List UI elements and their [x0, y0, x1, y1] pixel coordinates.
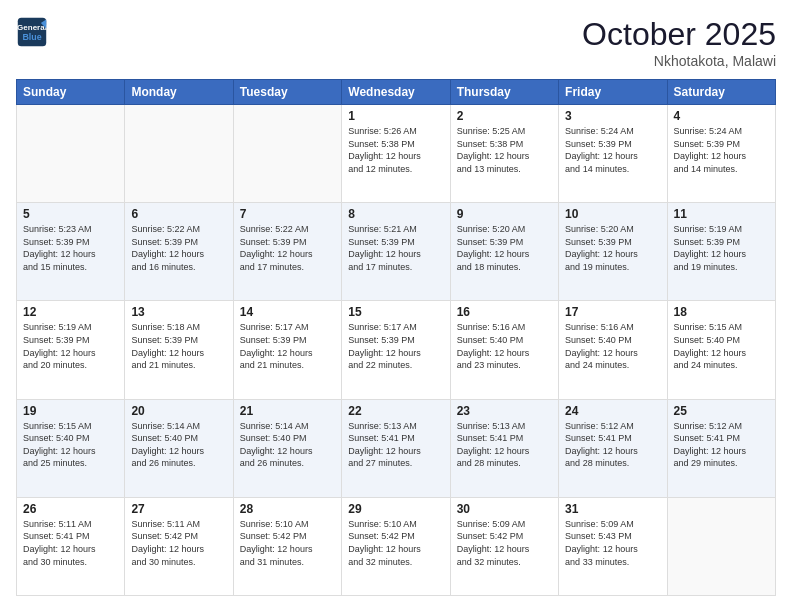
- calendar-day-cell: 27Sunrise: 5:11 AM Sunset: 5:42 PM Dayli…: [125, 497, 233, 595]
- calendar-day-cell: 28Sunrise: 5:10 AM Sunset: 5:42 PM Dayli…: [233, 497, 341, 595]
- calendar-week-row: 5Sunrise: 5:23 AM Sunset: 5:39 PM Daylig…: [17, 203, 776, 301]
- day-number: 8: [348, 207, 443, 221]
- day-info: Sunrise: 5:18 AM Sunset: 5:39 PM Dayligh…: [131, 321, 226, 371]
- calendar-day-cell: 25Sunrise: 5:12 AM Sunset: 5:41 PM Dayli…: [667, 399, 775, 497]
- day-info: Sunrise: 5:17 AM Sunset: 5:39 PM Dayligh…: [348, 321, 443, 371]
- day-info: Sunrise: 5:09 AM Sunset: 5:43 PM Dayligh…: [565, 518, 660, 568]
- calendar-day-cell: 15Sunrise: 5:17 AM Sunset: 5:39 PM Dayli…: [342, 301, 450, 399]
- calendar-day-cell: 10Sunrise: 5:20 AM Sunset: 5:39 PM Dayli…: [559, 203, 667, 301]
- day-info: Sunrise: 5:20 AM Sunset: 5:39 PM Dayligh…: [457, 223, 552, 273]
- day-number: 27: [131, 502, 226, 516]
- title-block: October 2025 Nkhotakota, Malawi: [582, 16, 776, 69]
- logo: General Blue: [16, 16, 48, 48]
- day-number: 10: [565, 207, 660, 221]
- header: General Blue October 2025 Nkhotakota, Ma…: [16, 16, 776, 69]
- calendar-week-row: 12Sunrise: 5:19 AM Sunset: 5:39 PM Dayli…: [17, 301, 776, 399]
- day-number: 7: [240, 207, 335, 221]
- day-info: Sunrise: 5:14 AM Sunset: 5:40 PM Dayligh…: [240, 420, 335, 470]
- calendar-day-cell: 31Sunrise: 5:09 AM Sunset: 5:43 PM Dayli…: [559, 497, 667, 595]
- day-number: 14: [240, 305, 335, 319]
- calendar-day-cell: 16Sunrise: 5:16 AM Sunset: 5:40 PM Dayli…: [450, 301, 558, 399]
- calendar-day-cell: 14Sunrise: 5:17 AM Sunset: 5:39 PM Dayli…: [233, 301, 341, 399]
- day-number: 19: [23, 404, 118, 418]
- calendar-day-cell: 2Sunrise: 5:25 AM Sunset: 5:38 PM Daylig…: [450, 105, 558, 203]
- calendar-day-cell: 22Sunrise: 5:13 AM Sunset: 5:41 PM Dayli…: [342, 399, 450, 497]
- calendar-day-cell: 29Sunrise: 5:10 AM Sunset: 5:42 PM Dayli…: [342, 497, 450, 595]
- day-info: Sunrise: 5:09 AM Sunset: 5:42 PM Dayligh…: [457, 518, 552, 568]
- day-info: Sunrise: 5:22 AM Sunset: 5:39 PM Dayligh…: [131, 223, 226, 273]
- day-number: 15: [348, 305, 443, 319]
- day-number: 24: [565, 404, 660, 418]
- day-number: 9: [457, 207, 552, 221]
- calendar-day-cell: 12Sunrise: 5:19 AM Sunset: 5:39 PM Dayli…: [17, 301, 125, 399]
- day-info: Sunrise: 5:21 AM Sunset: 5:39 PM Dayligh…: [348, 223, 443, 273]
- calendar-day-cell: 1Sunrise: 5:26 AM Sunset: 5:38 PM Daylig…: [342, 105, 450, 203]
- calendar-week-row: 19Sunrise: 5:15 AM Sunset: 5:40 PM Dayli…: [17, 399, 776, 497]
- calendar-day-header: Friday: [559, 80, 667, 105]
- day-number: 29: [348, 502, 443, 516]
- day-number: 16: [457, 305, 552, 319]
- day-number: 17: [565, 305, 660, 319]
- calendar-day-header: Thursday: [450, 80, 558, 105]
- calendar-day-cell: 17Sunrise: 5:16 AM Sunset: 5:40 PM Dayli…: [559, 301, 667, 399]
- calendar-day-cell: 19Sunrise: 5:15 AM Sunset: 5:40 PM Dayli…: [17, 399, 125, 497]
- calendar-day-cell: 6Sunrise: 5:22 AM Sunset: 5:39 PM Daylig…: [125, 203, 233, 301]
- day-number: 12: [23, 305, 118, 319]
- calendar-day-header: Wednesday: [342, 80, 450, 105]
- day-info: Sunrise: 5:22 AM Sunset: 5:39 PM Dayligh…: [240, 223, 335, 273]
- calendar-day-cell: [667, 497, 775, 595]
- calendar-day-cell: 3Sunrise: 5:24 AM Sunset: 5:39 PM Daylig…: [559, 105, 667, 203]
- calendar-day-cell: 20Sunrise: 5:14 AM Sunset: 5:40 PM Dayli…: [125, 399, 233, 497]
- calendar-day-cell: [17, 105, 125, 203]
- day-info: Sunrise: 5:23 AM Sunset: 5:39 PM Dayligh…: [23, 223, 118, 273]
- calendar-day-cell: 8Sunrise: 5:21 AM Sunset: 5:39 PM Daylig…: [342, 203, 450, 301]
- day-number: 1: [348, 109, 443, 123]
- day-info: Sunrise: 5:26 AM Sunset: 5:38 PM Dayligh…: [348, 125, 443, 175]
- day-info: Sunrise: 5:16 AM Sunset: 5:40 PM Dayligh…: [565, 321, 660, 371]
- day-number: 6: [131, 207, 226, 221]
- day-info: Sunrise: 5:10 AM Sunset: 5:42 PM Dayligh…: [348, 518, 443, 568]
- day-info: Sunrise: 5:25 AM Sunset: 5:38 PM Dayligh…: [457, 125, 552, 175]
- day-number: 30: [457, 502, 552, 516]
- svg-text:Blue: Blue: [22, 32, 41, 42]
- day-info: Sunrise: 5:24 AM Sunset: 5:39 PM Dayligh…: [674, 125, 769, 175]
- day-info: Sunrise: 5:13 AM Sunset: 5:41 PM Dayligh…: [457, 420, 552, 470]
- day-number: 11: [674, 207, 769, 221]
- calendar-week-row: 1Sunrise: 5:26 AM Sunset: 5:38 PM Daylig…: [17, 105, 776, 203]
- logo-icon: General Blue: [16, 16, 48, 48]
- calendar-day-cell: [125, 105, 233, 203]
- calendar-day-cell: 11Sunrise: 5:19 AM Sunset: 5:39 PM Dayli…: [667, 203, 775, 301]
- day-number: 22: [348, 404, 443, 418]
- calendar-day-cell: 9Sunrise: 5:20 AM Sunset: 5:39 PM Daylig…: [450, 203, 558, 301]
- calendar-day-header: Saturday: [667, 80, 775, 105]
- calendar-table: SundayMondayTuesdayWednesdayThursdayFrid…: [16, 79, 776, 596]
- day-number: 18: [674, 305, 769, 319]
- month-title: October 2025: [582, 16, 776, 53]
- calendar-week-row: 26Sunrise: 5:11 AM Sunset: 5:41 PM Dayli…: [17, 497, 776, 595]
- calendar-day-cell: 13Sunrise: 5:18 AM Sunset: 5:39 PM Dayli…: [125, 301, 233, 399]
- day-info: Sunrise: 5:12 AM Sunset: 5:41 PM Dayligh…: [565, 420, 660, 470]
- calendar-header-row: SundayMondayTuesdayWednesdayThursdayFrid…: [17, 80, 776, 105]
- day-number: 23: [457, 404, 552, 418]
- calendar-day-header: Monday: [125, 80, 233, 105]
- day-number: 4: [674, 109, 769, 123]
- day-info: Sunrise: 5:24 AM Sunset: 5:39 PM Dayligh…: [565, 125, 660, 175]
- calendar-day-cell: 5Sunrise: 5:23 AM Sunset: 5:39 PM Daylig…: [17, 203, 125, 301]
- calendar-day-cell: 24Sunrise: 5:12 AM Sunset: 5:41 PM Dayli…: [559, 399, 667, 497]
- calendar-day-cell: [233, 105, 341, 203]
- day-info: Sunrise: 5:15 AM Sunset: 5:40 PM Dayligh…: [674, 321, 769, 371]
- day-number: 2: [457, 109, 552, 123]
- day-number: 26: [23, 502, 118, 516]
- day-info: Sunrise: 5:11 AM Sunset: 5:42 PM Dayligh…: [131, 518, 226, 568]
- day-info: Sunrise: 5:19 AM Sunset: 5:39 PM Dayligh…: [23, 321, 118, 371]
- day-info: Sunrise: 5:11 AM Sunset: 5:41 PM Dayligh…: [23, 518, 118, 568]
- day-number: 20: [131, 404, 226, 418]
- day-number: 31: [565, 502, 660, 516]
- page: General Blue October 2025 Nkhotakota, Ma…: [0, 0, 792, 612]
- day-info: Sunrise: 5:17 AM Sunset: 5:39 PM Dayligh…: [240, 321, 335, 371]
- calendar-day-cell: 18Sunrise: 5:15 AM Sunset: 5:40 PM Dayli…: [667, 301, 775, 399]
- calendar-day-cell: 23Sunrise: 5:13 AM Sunset: 5:41 PM Dayli…: [450, 399, 558, 497]
- day-number: 13: [131, 305, 226, 319]
- day-number: 25: [674, 404, 769, 418]
- calendar-day-cell: 4Sunrise: 5:24 AM Sunset: 5:39 PM Daylig…: [667, 105, 775, 203]
